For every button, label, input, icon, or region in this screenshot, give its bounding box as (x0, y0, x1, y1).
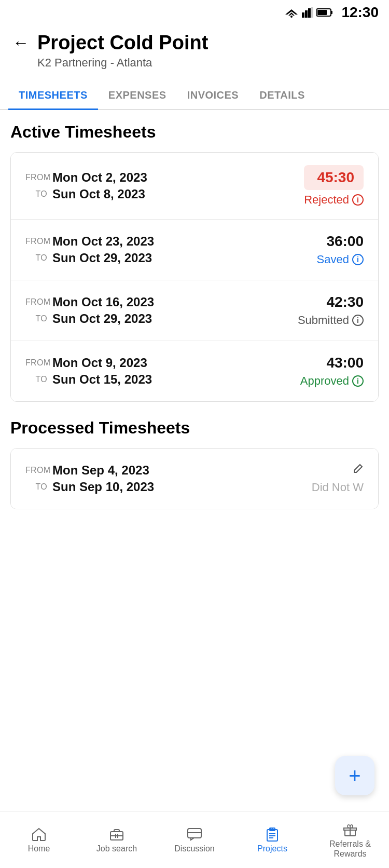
to-date: Sun Oct 29, 2023 (52, 251, 152, 265)
status-row: Did Not W (312, 481, 364, 494)
to-row: TO Sun Oct 29, 2023 (25, 251, 154, 265)
time-value: 43:00 (300, 355, 364, 371)
card-right: 42:30 Submitted i (298, 294, 364, 327)
from-label: FROM (25, 358, 47, 368)
to-label: TO (25, 253, 47, 263)
home-icon (31, 825, 47, 842)
svg-rect-9 (317, 10, 327, 15)
svg-rect-8 (331, 11, 332, 14)
from-date: Mon Oct 16, 2023 (52, 295, 154, 309)
card-dates: FROM Mon Oct 2, 2023 TO Sun Oct 8, 2023 (25, 168, 147, 204)
nav-label-projects: Projects (257, 844, 287, 853)
nav-label-job-search: Job search (96, 844, 137, 853)
status-text: Submitted (298, 314, 349, 327)
processed-timesheets-container: FROM Mon Sep 4, 2023 TO Sun Sep 10, 2023… (10, 448, 379, 509)
from-label: FROM (25, 297, 47, 307)
info-icon[interactable]: i (352, 375, 364, 387)
status-text: Saved (317, 253, 349, 266)
main-content: Active Timesheets FROM Mon Oct 2, 2023 T… (0, 110, 389, 538)
status-text: Rejected (304, 193, 349, 207)
to-date: Sun Oct 8, 2023 (52, 187, 145, 201)
clipboard-icon (265, 825, 280, 842)
status-text: Approved (300, 374, 349, 388)
from-label: FROM (25, 466, 47, 475)
svg-rect-3 (302, 12, 304, 18)
nav-item-referrals[interactable]: Referrals &Rewards (311, 821, 389, 859)
card-dates: FROM Mon Sep 4, 2023 TO Sun Sep 10, 2023 (25, 461, 154, 496)
card-dates: FROM Mon Oct 23, 2023 TO Sun Oct 29, 202… (25, 232, 154, 267)
svg-point-2 (290, 16, 293, 18)
fab-button[interactable]: + (335, 756, 374, 795)
from-row: FROM Mon Sep 4, 2023 (25, 463, 154, 478)
nav-item-home[interactable]: Home (0, 825, 78, 853)
status-row: Saved i (317, 253, 364, 266)
to-date: Sun Oct 29, 2023 (52, 311, 152, 326)
timesheet-card[interactable]: FROM Mon Sep 4, 2023 TO Sun Sep 10, 2023… (11, 449, 378, 509)
status-icons (284, 7, 333, 18)
back-button[interactable]: ← (12, 34, 29, 51)
card-right: 45:30 Rejected i (304, 165, 364, 207)
edit-icon (352, 463, 364, 474)
tab-timesheets[interactable]: TIMESHEETS (8, 82, 98, 110)
tab-invoices[interactable]: INVOICES (177, 82, 249, 110)
page-title: Project Cold Point (37, 31, 208, 55)
signal-icon (302, 7, 313, 18)
to-row: TO Sun Oct 29, 2023 (25, 311, 154, 326)
to-row: TO Sun Sep 10, 2023 (25, 480, 154, 494)
to-label: TO (25, 482, 47, 492)
processed-timesheets-heading: Processed Timesheets (10, 418, 379, 438)
gift-icon (342, 821, 358, 837)
to-row: TO Sun Oct 15, 2023 (25, 372, 152, 387)
from-row: FROM Mon Oct 23, 2023 (25, 234, 154, 249)
chat-icon (187, 825, 202, 842)
did-not-work-text: Did Not W (312, 481, 364, 494)
timesheet-card[interactable]: FROM Mon Oct 2, 2023 TO Sun Oct 8, 2023 … (11, 153, 378, 220)
to-label: TO (25, 314, 47, 323)
info-icon[interactable]: i (352, 315, 364, 326)
header-info: Project Cold Point K2 Partnering - Atlan… (37, 31, 208, 70)
fab-plus-icon: + (349, 765, 360, 786)
status-bar: 12:30 (0, 0, 389, 23)
from-date: Mon Sep 4, 2023 (52, 463, 149, 478)
nav-item-discussion[interactable]: Discussion (156, 825, 233, 853)
from-date: Mon Oct 23, 2023 (52, 234, 154, 249)
card-dates: FROM Mon Oct 16, 2023 TO Sun Oct 29, 202… (25, 293, 154, 328)
info-icon[interactable]: i (352, 194, 364, 206)
card-right: Did Not W (312, 463, 364, 494)
timesheet-card[interactable]: FROM Mon Oct 23, 2023 TO Sun Oct 29, 202… (11, 220, 378, 280)
nav-label-home: Home (28, 844, 50, 853)
wifi-icon (284, 7, 299, 18)
nav-item-projects[interactable]: Projects (233, 825, 311, 853)
from-label: FROM (25, 173, 47, 182)
from-row: FROM Mon Oct 16, 2023 (25, 295, 154, 309)
from-date: Mon Oct 2, 2023 (52, 170, 147, 185)
svg-rect-6 (311, 7, 313, 18)
active-timesheets-container: FROM Mon Oct 2, 2023 TO Sun Oct 8, 2023 … (10, 152, 379, 402)
tab-details[interactable]: DETAILS (249, 82, 315, 110)
tab-expenses[interactable]: EXPENSES (98, 82, 177, 110)
card-dates: FROM Mon Oct 9, 2023 TO Sun Oct 15, 2023 (25, 354, 152, 389)
nav-item-job-search[interactable]: Job search (78, 825, 156, 853)
to-row: TO Sun Oct 8, 2023 (25, 187, 147, 201)
to-date: Sun Sep 10, 2023 (52, 480, 154, 494)
svg-rect-5 (308, 8, 311, 18)
battery-icon (316, 8, 333, 17)
card-right: 43:00 Approved i (300, 355, 364, 388)
page-header: ← Project Cold Point K2 Partnering - Atl… (0, 23, 389, 74)
nav-label-referrals: Referrals &Rewards (329, 839, 371, 859)
from-label: FROM (25, 237, 47, 246)
timesheet-card[interactable]: FROM Mon Oct 16, 2023 TO Sun Oct 29, 202… (11, 280, 378, 341)
status-row: Submitted i (298, 314, 364, 327)
from-row: FROM Mon Oct 9, 2023 (25, 356, 152, 370)
to-label: TO (25, 189, 47, 199)
nav-label-discussion: Discussion (174, 844, 214, 853)
status-time: 12:30 (341, 4, 379, 21)
time-value: 42:30 (298, 294, 364, 310)
card-right: 36:00 Saved i (317, 233, 364, 266)
tab-bar: TIMESHEETS EXPENSES INVOICES DETAILS (0, 82, 389, 110)
active-timesheets-heading: Active Timesheets (10, 123, 379, 142)
svg-rect-4 (305, 10, 308, 18)
briefcase-icon (109, 825, 124, 842)
info-icon[interactable]: i (352, 254, 364, 265)
timesheet-card[interactable]: FROM Mon Oct 9, 2023 TO Sun Oct 15, 2023… (11, 341, 378, 401)
